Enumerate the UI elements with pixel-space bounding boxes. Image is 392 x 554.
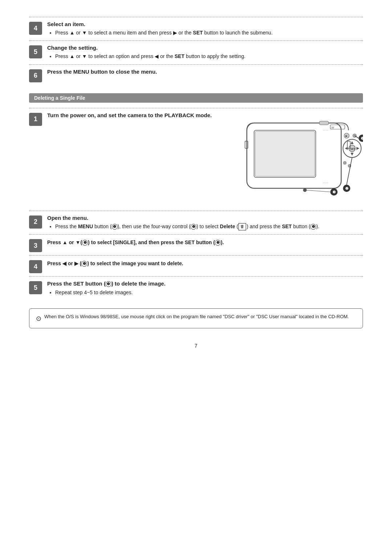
step-bullets-5: Press ▲ or ▼ to select an option and pre…	[47, 52, 363, 60]
step-left-d1: 1 Turn the power on, and set the camera …	[29, 112, 232, 126]
step-bullets-4: Press ▲ or ▼ to select a menu item and t…	[47, 29, 363, 37]
step-title-5: Change the setting.	[47, 45, 363, 51]
svg-marker-7	[351, 141, 354, 144]
divider-d1	[29, 108, 363, 108]
step-title-d3: Press ▲ or ▼(❷) to select [SINGLE], and …	[47, 238, 363, 246]
camera-illustration: W T SET ▶	[240, 112, 363, 208]
step-number-4: 4	[29, 22, 42, 35]
divider-step5	[29, 40, 363, 41]
divider-d2	[29, 210, 363, 211]
svg-point-16	[343, 161, 346, 164]
divider-d5	[29, 276, 363, 277]
svg-rect-30	[319, 121, 328, 125]
bullet-item: Repeat step 4~5 to delete images.	[55, 288, 363, 296]
step-number-5: 5	[29, 45, 42, 58]
step-title-6: Press the MENU button to close the menu.	[47, 69, 363, 75]
page-number: 7	[29, 343, 363, 349]
step-content-4: Select an item. Press ▲ or ▼ to select a…	[47, 21, 363, 37]
step-title-d2: Open the menu.	[47, 215, 363, 221]
step-number-d4: 4	[29, 260, 42, 273]
svg-text:T: T	[340, 126, 342, 129]
svg-line-23	[347, 157, 352, 185]
divider-d3	[29, 234, 363, 235]
step-number-6: 6	[29, 69, 42, 82]
step-block-d5: 5 Press the SET button (❷) to delete the…	[29, 280, 363, 297]
step-title-d5: Press the SET button (❷) to delete the i…	[47, 280, 363, 287]
divider-step4	[29, 17, 363, 17]
step-content-d2: Open the menu. Press the MENU button (❶)…	[47, 215, 363, 231]
note-box: ⊙ When the O/S is Windows 98/98SE, use m…	[29, 308, 363, 329]
svg-marker-10	[356, 147, 359, 150]
step-block-d3: 3 Press ▲ or ▼(❷) to select [SINGLE], an…	[29, 238, 363, 252]
step-content-d4: Press ◀ or ▶ (❷) to select the image you…	[47, 259, 363, 267]
bullet-item: Press ▲ or ▼ to select an option and pre…	[55, 52, 363, 60]
svg-text:W: W	[331, 126, 334, 129]
step-bullets-d2: Press the MENU button (❶), then use the …	[47, 222, 363, 230]
step-content-5: Change the setting. Press ▲ or ▼ to sele…	[47, 45, 363, 61]
step-content-d3: Press ▲ or ▼(❷) to select [SINGLE], and …	[47, 238, 363, 246]
note-text: When the O/S is Windows 98/98SE, use mou…	[44, 313, 349, 321]
step-block-d2: 2 Open the menu. Press the MENU button (…	[29, 215, 363, 231]
step-content-d5: Press the SET button (❷) to delete the i…	[47, 280, 363, 297]
step-number-d2: 2	[29, 216, 42, 229]
svg-rect-2	[255, 131, 315, 176]
svg-text:❷: ❷	[345, 186, 348, 190]
svg-marker-8	[351, 153, 354, 156]
step-block-d4: 4 Press ◀ or ▶ (❷) to select the image y…	[29, 259, 363, 273]
bullet-item: Press the MENU button (❶), then use the …	[55, 222, 363, 230]
step-title-d4: Press ◀ or ▶ (❷) to select the image you…	[47, 259, 363, 267]
svg-line-27	[305, 190, 330, 192]
step-content-6: Press the MENU button to close the menu.	[47, 69, 363, 76]
delete-steps-section: 1 Turn the power on, and set the camera …	[29, 108, 363, 297]
step-block-6: 6 Press the MENU button to close the men…	[29, 69, 363, 82]
step-block-5: 5 Change the setting. Press ▲ or ▼ to se…	[29, 45, 363, 61]
top-steps-section: 4 Select an item. Press ▲ or ▼ to select…	[29, 17, 363, 82]
svg-text:❶: ❶	[361, 136, 363, 140]
svg-text:SET: SET	[350, 148, 355, 150]
note-icon: ⊙	[36, 313, 41, 324]
bullet-item: Press ▲ or ▼ to select a menu item and t…	[55, 29, 363, 37]
step-block-4: 4 Select an item. Press ▲ or ▼ to select…	[29, 21, 363, 37]
step-title-d1: Turn the power on, and set the camera to…	[47, 112, 232, 118]
step-number-d5: 5	[29, 281, 42, 294]
divider-d4	[29, 255, 363, 256]
divider-step6	[29, 64, 363, 65]
section-header-delete: Deleting a Single File	[29, 93, 363, 103]
step-bullets-d5: Repeat step 4~5 to delete images.	[47, 288, 363, 296]
step-number-d1: 1	[29, 113, 42, 126]
step-block-d1: 1 Turn the power on, and set the camera …	[29, 112, 363, 208]
step-number-d3: 3	[29, 239, 42, 252]
step-content-d1: Turn the power on, and set the camera to…	[47, 112, 232, 120]
step-title-4: Select an item.	[47, 21, 363, 27]
svg-text:❸: ❸	[332, 190, 336, 194]
camera-svg: W T SET ▶	[240, 112, 363, 206]
